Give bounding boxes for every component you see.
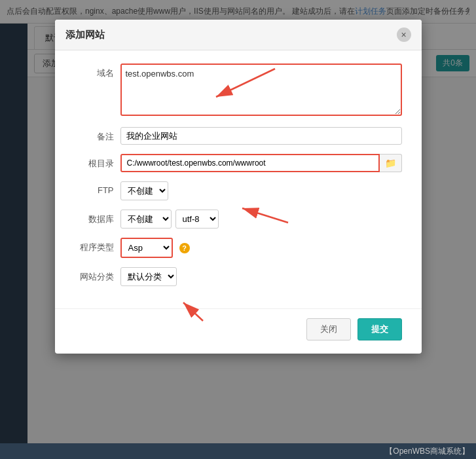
database-label: 数据库 bbox=[75, 210, 120, 225]
program-type-select[interactable]: Asp PHP Java Node bbox=[120, 238, 173, 258]
modal-title: 添加网站 bbox=[65, 29, 105, 41]
close-button[interactable]: 关闭 bbox=[306, 318, 351, 340]
rootdir-row: 根目录 📁 bbox=[75, 154, 402, 172]
database-encoding-select[interactable]: utf-8 gbk latin1 bbox=[175, 210, 219, 229]
remark-row: 备注 bbox=[75, 127, 402, 145]
database-type-select[interactable]: 不创建 MySQL SQLite bbox=[120, 210, 172, 229]
modal-header: 添加网站 × bbox=[55, 20, 422, 50]
category-label: 网站分类 bbox=[75, 267, 120, 283]
database-selects: 不创建 MySQL SQLite utf-8 gbk latin1 bbox=[120, 210, 402, 229]
rootdir-input-group: 📁 bbox=[120, 154, 402, 172]
category-select[interactable]: 默认分类 其他 bbox=[120, 267, 177, 286]
program-type-label: 程序类型 bbox=[75, 238, 120, 253]
rootdir-browse-button[interactable]: 📁 bbox=[380, 154, 402, 172]
ftp-select[interactable]: 不创建 创建 bbox=[120, 181, 168, 200]
ftp-row: FTP 不创建 创建 bbox=[75, 181, 402, 200]
domain-input[interactable] bbox=[120, 64, 402, 116]
modal-footer: 关闭 提交 bbox=[55, 308, 422, 340]
bottom-text: 【OpenWBS商城系统】 bbox=[385, 446, 469, 457]
modal-backdrop: 添加网站 × 域名 test.openwbs.com 备注 根目录 bbox=[0, 0, 476, 459]
remark-label: 备注 bbox=[75, 127, 120, 143]
modal-close-button[interactable]: × bbox=[397, 28, 411, 42]
database-row: 数据库 不创建 MySQL SQLite utf-8 gbk latin1 bbox=[75, 210, 402, 229]
ftp-label: FTP bbox=[75, 181, 120, 195]
remark-input[interactable] bbox=[120, 127, 402, 145]
bottom-bar: 【OpenWBS商城系统】 bbox=[0, 443, 476, 459]
rootdir-input[interactable] bbox=[120, 154, 380, 172]
add-website-modal: 添加网站 × 域名 test.openwbs.com 备注 根目录 bbox=[55, 20, 422, 354]
submit-button[interactable]: 提交 bbox=[357, 318, 402, 340]
program-type-help-icon[interactable]: ? bbox=[179, 243, 190, 253]
domain-label: 域名 bbox=[75, 64, 120, 79]
rootdir-label: 根目录 bbox=[75, 154, 120, 170]
program-type-row: 程序类型 Asp PHP Java Node ? bbox=[75, 238, 402, 258]
modal-body: 域名 test.openwbs.com 备注 根目录 📁 bbox=[55, 50, 422, 302]
category-row: 网站分类 默认分类 其他 bbox=[75, 267, 402, 286]
domain-row: 域名 test.openwbs.com bbox=[75, 64, 402, 118]
